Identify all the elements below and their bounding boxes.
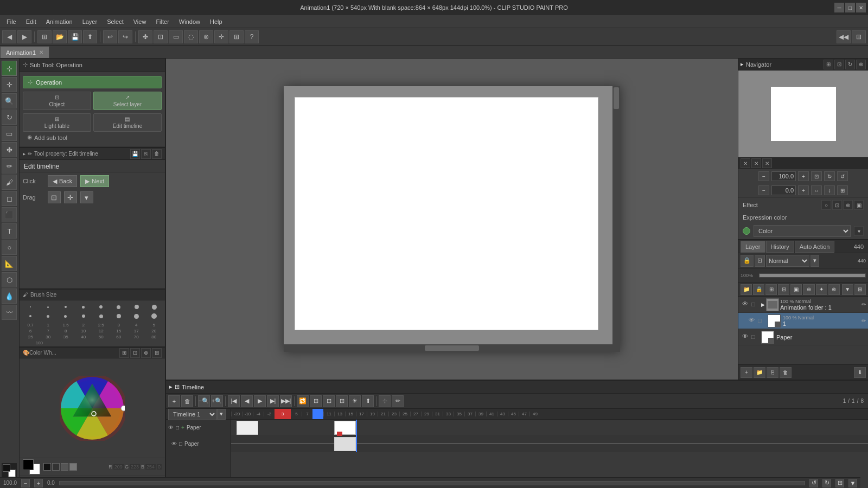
clip-1a[interactable]: [237, 421, 258, 435]
brush-1.5[interactable]: [57, 303, 74, 311]
layer-row-paper[interactable]: 👁 □ Paper: [738, 329, 868, 345]
tl-tool1[interactable]: ⊹: [379, 395, 391, 407]
tl-delete[interactable]: 🗑: [181, 395, 193, 407]
eff-btn3[interactable]: ⊗: [843, 200, 853, 210]
tool-shape[interactable]: ○: [2, 240, 17, 255]
tb-save[interactable]: 💾: [68, 30, 82, 43]
layer-tab-history[interactable]: History: [766, 241, 794, 253]
minimize-button[interactable]: ─: [834, 3, 844, 12]
edit-timeline-option[interactable]: ▤ Edit timeline: [93, 113, 162, 132]
brush-6[interactable]: [22, 312, 39, 320]
eff-btn1[interactable]: ○: [821, 200, 831, 210]
tb-nav-prev[interactable]: ◀: [2, 30, 16, 43]
add-sub-tool[interactable]: ⊕ Add sub tool: [23, 132, 162, 143]
fg-bg-colors[interactable]: [23, 459, 40, 474]
tl-prev-frame[interactable]: |◀: [228, 395, 240, 407]
nav-btn4[interactable]: ⊗: [856, 60, 866, 69]
tl-add-icon[interactable]: +: [181, 425, 184, 431]
brush-17[interactable]: [128, 312, 145, 320]
select-layer-option[interactable]: ↗ Select layer: [93, 92, 162, 110]
brush-20[interactable]: [145, 312, 163, 320]
tl-vis2[interactable]: 👁: [171, 441, 177, 447]
tab-close-icon[interactable]: ✕: [39, 49, 43, 55]
tb-select-rect[interactable]: ▭: [169, 30, 183, 43]
brush-10[interactable]: [75, 312, 92, 320]
tool-blend[interactable]: 〰: [2, 305, 17, 320]
la-effect[interactable]: ✦: [816, 284, 827, 295]
layer-tab-auto-action[interactable]: Auto Action: [795, 241, 835, 253]
brush-2[interactable]: [75, 303, 92, 311]
brush-5[interactable]: [145, 303, 163, 311]
layer-tab-layer[interactable]: Layer: [741, 241, 765, 253]
layer-row-animation-folder[interactable]: 👁 □ ▶ 100 % Normal: [738, 297, 868, 313]
maximize-button[interactable]: □: [845, 3, 855, 12]
tb-new[interactable]: ⊞: [37, 30, 52, 43]
swatch-gray[interactable]: [69, 463, 77, 471]
tb-open[interactable]: 📂: [53, 30, 67, 43]
tool-text[interactable]: T: [2, 223, 17, 239]
tb-transform[interactable]: ✤: [138, 30, 152, 43]
next-button[interactable]: ▶ Next: [80, 175, 109, 187]
la-ref[interactable]: ⊟: [778, 284, 789, 295]
mirror[interactable]: ⊞: [837, 185, 848, 195]
tb-nav-next[interactable]: ▶: [17, 30, 31, 43]
blend-mode-select[interactable]: Normal Multiply Screen: [766, 255, 809, 267]
tool-pen[interactable]: ✏: [2, 158, 17, 174]
tl-loop[interactable]: 🔁: [297, 395, 309, 407]
eff-btn2[interactable]: ⊡: [832, 200, 842, 210]
menu-help[interactable]: Help: [206, 17, 227, 26]
layer-merge-btn[interactable]: ⬇: [854, 367, 866, 378]
tool-ruler[interactable]: 📐: [2, 256, 17, 271]
operation-group[interactable]: ⊹ Operation: [23, 76, 162, 88]
tl-light[interactable]: ☀: [349, 395, 361, 407]
flip-h[interactable]: ↔: [811, 185, 822, 195]
la-more[interactable]: ⊞: [854, 284, 866, 295]
tp-save-btn[interactable]: 💾: [130, 149, 140, 159]
canvas-main[interactable]: [166, 59, 738, 380]
menu-layer[interactable]: Layer: [78, 17, 102, 26]
expression-color-select[interactable]: Color Gray Monochrome: [754, 225, 851, 237]
tool-transform[interactable]: ✤: [2, 142, 17, 157]
tl-cel[interactable]: ⊞: [310, 395, 322, 407]
tab-animation1[interactable]: Animation1 ✕: [0, 46, 49, 58]
fg-color[interactable]: [23, 459, 34, 470]
drag-dropdown[interactable]: ▾: [80, 191, 93, 203]
menu-file[interactable]: File: [2, 17, 21, 26]
swatch-black[interactable]: [43, 463, 51, 471]
rot-minus[interactable]: −: [758, 185, 769, 195]
back-button[interactable]: ◀ Back: [48, 175, 77, 187]
tool-select[interactable]: ▭: [2, 126, 17, 141]
la-new-folder[interactable]: 📁: [741, 284, 752, 295]
navigator-preview[interactable]: [738, 70, 868, 157]
swatch-dark[interactable]: [52, 463, 60, 471]
tl-onion[interactable]: ⊟: [323, 395, 335, 407]
tb-move[interactable]: ✛: [214, 30, 228, 43]
close-button[interactable]: ✕: [856, 3, 866, 12]
tl-next-frame[interactable]: ▶▶|: [280, 395, 292, 407]
cp-btn2[interactable]: ⊡: [130, 348, 140, 358]
color-wheel-area[interactable]: [20, 358, 165, 458]
la-lock-all[interactable]: 🔒: [753, 284, 764, 295]
brush-3[interactable]: [110, 303, 127, 311]
brush-4[interactable]: [128, 303, 145, 311]
fit-btn[interactable]: ⊡: [811, 171, 822, 181]
tl-vis1[interactable]: 👁: [168, 425, 174, 431]
tb-select-magic[interactable]: ⊗: [199, 30, 213, 43]
object-option[interactable]: ⊡ Object: [23, 92, 91, 110]
eff-btn4[interactable]: ▣: [854, 200, 864, 210]
brush-2.5[interactable]: [92, 303, 110, 311]
rotate-ccw-btn[interactable]: ↺: [837, 171, 848, 181]
layer-vis-1[interactable]: 👁: [747, 317, 756, 325]
tl-zoom-in[interactable]: +🔍: [211, 395, 223, 407]
tl-tool2[interactable]: ✏: [392, 395, 404, 407]
layer-add-btn[interactable]: +: [741, 367, 752, 378]
tl-dropdown[interactable]: ▾: [217, 409, 226, 420]
tb-grid[interactable]: ⊞: [229, 30, 244, 43]
tb-scale[interactable]: ⊡: [154, 30, 168, 43]
tb-help[interactable]: ?: [245, 30, 259, 43]
layer-lock-btn[interactable]: 🔒: [741, 255, 754, 267]
layer-vis-folder[interactable]: 👁: [741, 300, 749, 309]
canvas-scrollbar-vertical[interactable]: [612, 86, 620, 352]
blend-dropdown[interactable]: ▾: [810, 255, 819, 267]
nav-del3[interactable]: ✕: [762, 158, 772, 168]
